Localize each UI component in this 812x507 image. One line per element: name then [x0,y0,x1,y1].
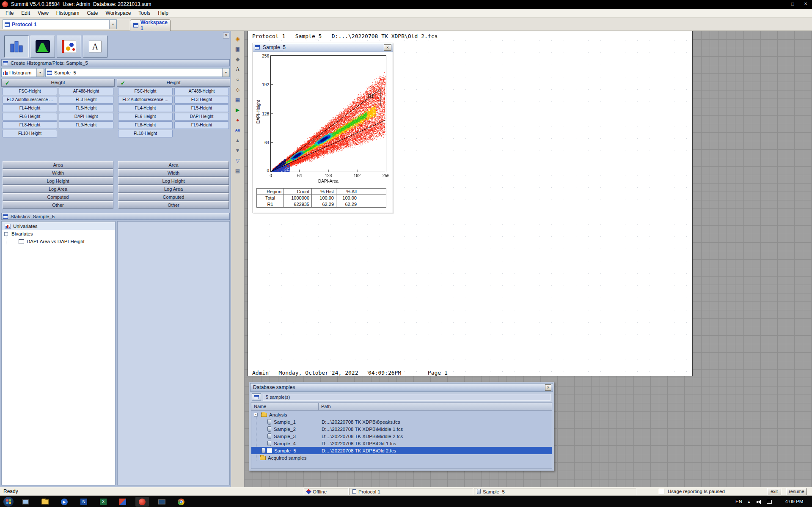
db-view-button[interactable] [252,393,261,401]
x-group-other[interactable]: Other [3,201,113,209]
x-param-fl8-height[interactable]: FL8-Height [3,121,57,129]
sample-row[interactable]: Sample_1 D:...\20220708 TK XDPB\8peaks.f… [251,418,552,425]
db-close-button[interactable]: × [545,384,551,391]
x-param-fl2-autoflourescence[interactable]: FL2 Autoflourescence-... [3,96,57,104]
protocol-dropdown-arrow[interactable]: ▼ [109,20,116,29]
sample5-plot-window[interactable]: Sample_5 × DAPI-Height 256 192 128 64 0 … [253,43,393,213]
close-button[interactable]: × [799,0,812,9]
menu-item-histogram[interactable]: Histogram [52,10,83,16]
auto-icon[interactable]: Au [233,126,242,134]
x-axis-header[interactable]: ✓ Height [1,79,115,87]
y-param-fl3-height[interactable]: FL3-Height [174,96,229,104]
sample-dropdown[interactable]: Sample_5 ▼ [45,68,230,77]
timer-icon[interactable]: ● [233,115,242,124]
sample-name[interactable]: Sample_1 [274,419,296,425]
flask-icon[interactable]: ▽ [233,156,242,165]
menu-item-gate[interactable]: Gate [83,10,102,16]
y-param-fl9-height[interactable]: FL9-Height [174,121,229,129]
tree-item-univariates[interactable]: Univariates [2,222,115,230]
x-param-fsc-height[interactable]: FSC-Height [3,88,57,95]
y-param-fsc-height[interactable]: FSC-Height [118,88,173,95]
photos-icon[interactable] [116,497,129,507]
sample-name[interactable]: Sample_3 [274,434,296,439]
excel-icon[interactable]: X [96,497,110,507]
y-group-log-height[interactable]: Log Height [118,177,229,185]
plot-type-dropdown[interactable]: Histogram ▼ [1,68,44,77]
scroll-down-icon[interactable]: ▼ [233,146,242,155]
save-icon[interactable]: ▣ [233,44,242,53]
menu-item-edit[interactable]: Edit [17,10,34,16]
x-group-log-area[interactable]: Log Area [3,185,113,193]
y-group-width[interactable]: Width [118,169,229,177]
menu-item-help[interactable]: Help [154,10,172,16]
text-annotation-tool-button[interactable]: A [83,36,107,58]
y-param-af488-height[interactable]: AF488-Height [174,88,229,95]
acquired-samples-row[interactable]: Acquired samples [251,454,552,461]
y-group-other[interactable]: Other [118,201,229,209]
clock-icon[interactable]: ○ [233,75,242,84]
x-group-width[interactable]: Width [3,169,113,177]
sample-dropdown-arrow[interactable]: ▼ [222,69,229,77]
text-icon[interactable]: A [233,65,242,74]
sample-name[interactable]: Sample_5 [274,448,296,453]
analysis-folder-row[interactable]: - Analysis [251,411,552,418]
x-param-fl6-height[interactable]: FL6-Height [3,113,57,121]
monitor-icon[interactable] [155,497,168,507]
sample-row[interactable]: Sample_2 D:...\20220708 TK XDPB\Middle 1… [251,425,552,433]
tray-language[interactable]: EN [735,496,742,507]
sample-row[interactable]: Sample_3 D:...\20220708 TK XDPB\Middle 2… [251,433,552,440]
y-group-area[interactable]: Area [118,161,229,169]
panel-close-button[interactable]: × [223,33,229,38]
menu-item-file[interactable]: File [2,10,17,16]
x-group-area[interactable]: Area [3,161,113,169]
acquire-icon[interactable]: ◉ [233,34,242,43]
protocol-selector[interactable]: Protocol 1 ▼ [3,19,117,29]
y-group-log-area[interactable]: Log Area [118,185,229,193]
minimize-button[interactable]: – [773,0,786,9]
plot-close-button[interactable]: × [384,44,391,51]
y-param-fl8-height[interactable]: FL8-Height [118,121,173,129]
exit-button[interactable]: exit [767,488,781,495]
menu-item-tools[interactable]: Tools [135,10,154,16]
analysis-collapse-box[interactable]: - [254,413,258,417]
print-icon[interactable]: ▤ [233,166,242,175]
resume-button[interactable]: resume [786,488,807,495]
menu-item-workspace[interactable]: Workspace [102,10,135,16]
tray-network-icon[interactable] [767,500,772,504]
x-group-computed[interactable]: Computed [3,193,113,201]
tree-item-bivariates[interactable]: - Bivariates [2,230,115,238]
dot-plot-tool-button[interactable] [57,36,81,58]
plot-window-titlebar[interactable]: Sample_5 × [253,43,393,52]
media-player-icon[interactable]: ▶ [58,497,71,507]
y-param-fl6-height[interactable]: FL6-Height [118,113,173,121]
db-titlebar[interactable]: Database samples × [250,383,553,392]
sample-row-selected[interactable]: Sample_5 D:...\20220708 TK XDPB\Old 2.fc… [251,447,552,454]
summit-taskbar-icon[interactable] [135,497,149,507]
x-param-fl10-height[interactable]: FL10-Height [3,130,57,137]
y-param-fl4-height[interactable]: FL4-Height [118,104,173,112]
start-button[interactable] [3,497,14,507]
y-param-fl5-height[interactable]: FL5-Height [174,104,229,112]
layout-icon[interactable]: ▦ [233,95,242,104]
edit-icon[interactable]: ◆ [233,55,242,63]
maximize-button[interactable]: □ [786,0,799,9]
scroll-up-icon[interactable]: ▲ [233,136,242,145]
analysis-folder-label[interactable]: Analysis [269,412,287,417]
plot-type-arrow[interactable]: ▼ [36,69,44,77]
y-group-computed[interactable]: Computed [118,193,229,201]
x-param-fl5-height[interactable]: FL5-Height [59,104,113,112]
play-icon[interactable]: ▶ [233,105,242,114]
app-blue-icon[interactable]: N [77,497,91,507]
menu-item-view[interactable]: View [34,10,52,16]
tree-item-bivariate-plot[interactable]: DAPI-Area vs DAPI-Height [2,238,115,245]
x-param-fl4-height[interactable]: FL4-Height [3,104,57,112]
x-param-fl3-height[interactable]: FL3-Height [59,96,113,104]
gate-icon[interactable]: ◇ [233,85,242,94]
tab-workspace-1[interactable]: Workspace 1 [130,19,171,31]
density-plot-canvas[interactable] [271,56,386,172]
histogram-tool-button[interactable] [4,36,29,58]
sample-row[interactable]: Sample_4 D:...\20220708 TK XDPB\Old 1.fc… [251,440,552,447]
sample-name[interactable]: Sample_4 [274,441,296,446]
y-param-dapi-height[interactable]: DAPI-Height [174,113,229,121]
y-param-fl10-height[interactable]: FL10-Height [118,130,173,137]
